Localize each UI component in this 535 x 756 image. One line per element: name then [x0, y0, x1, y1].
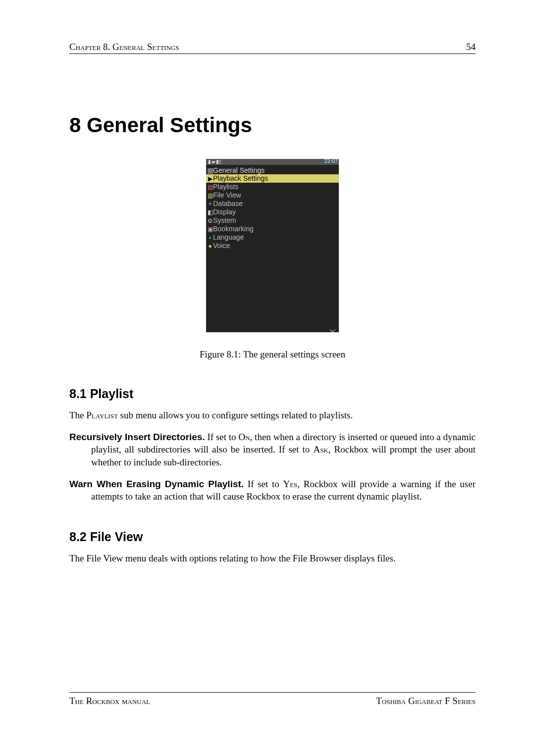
footer-left: The Rockbox manual — [69, 696, 150, 706]
menu-item: ▥File View — [206, 191, 339, 200]
play-icon: ▶ — [207, 175, 213, 183]
display-icon: ◧ — [207, 208, 213, 216]
menu-item-label: Bookmarking — [213, 225, 254, 233]
figure-caption: Figure 8.1: The general settings screen — [69, 349, 476, 360]
chapter-name: General Settings — [87, 113, 252, 137]
clock-text: 22:07 — [324, 159, 338, 164]
menu-item-label: System — [213, 216, 236, 224]
signal-icon: ▮ ▰ ▮▯ — [208, 159, 221, 164]
menu-item-label: Voice — [213, 242, 230, 250]
menu-item: ▪Language — [206, 233, 339, 242]
header-left: Chapter 8. General Settings — [69, 42, 179, 52]
menu-item-label: Playback Settings — [213, 174, 268, 182]
menu-item: ▤Playlists — [206, 183, 339, 191]
menu-item: ●Voice — [206, 242, 339, 250]
menu-item: ✿System — [206, 216, 339, 225]
chapter-number: 8 — [69, 113, 81, 137]
settings-icon: ▦ — [207, 166, 213, 174]
screenshot-statusbar: ▮ ▰ ▮▯ 22:07 — [206, 159, 339, 165]
fileview-icon: ▥ — [207, 192, 213, 200]
description-list: Recursively Insert Directories. If set t… — [69, 431, 476, 503]
plus-icon: + — [207, 200, 213, 208]
section-heading-fileview: 8.2 File View — [69, 530, 476, 544]
menu-item-label: Display — [213, 208, 236, 216]
footer-right: Toshiba Gigabeat F Series — [376, 696, 476, 706]
language-icon: ▪ — [207, 234, 213, 242]
chapter-title: 8 General Settings — [69, 113, 476, 137]
rockbox-logo: ROCKbox — [326, 329, 338, 332]
menu-item: ▶Playback Settings — [206, 174, 339, 183]
bookmark-icon: ▣ — [207, 225, 213, 233]
page-footer: The Rockbox manual Toshiba Gigabeat F Se… — [69, 692, 476, 706]
menu-item-label: Playlists — [213, 183, 238, 191]
desc-label: Recursively Insert Directories. — [69, 432, 205, 442]
menu-item: ▣Bookmarking — [206, 225, 339, 233]
desc-warn-erase: Warn When Erasing Dynamic Playlist. If s… — [69, 478, 476, 503]
menu-item-label: Language — [213, 233, 244, 241]
screenshot: ▮ ▰ ▮▯ 22:07 ▦General Settings ▶Playback… — [206, 159, 339, 332]
page: Chapter 8. General Settings 54 8 General… — [0, 0, 535, 756]
voice-icon: ● — [207, 242, 213, 250]
desc-label: Warn When Erasing Dynamic Playlist. — [69, 479, 244, 489]
section-heading-playlist: 8.1 Playlist — [69, 387, 476, 401]
menu-item-label: Database — [213, 200, 243, 207]
menu-item: ◧Display — [206, 208, 339, 216]
playlist-icon: ▤ — [207, 183, 213, 191]
playlist-intro: The Playlist sub menu allows you to conf… — [69, 409, 476, 422]
page-header: Chapter 8. General Settings 54 — [69, 42, 476, 54]
menu-item-label: File View — [213, 191, 241, 199]
fileview-intro: The File View menu deals with options re… — [69, 552, 476, 565]
screenshot-title: ▦General Settings — [206, 165, 339, 174]
gear-icon: ✿ — [207, 217, 213, 225]
page-number: 54 — [466, 42, 476, 52]
figure: ▮ ▰ ▮▯ 22:07 ▦General Settings ▶Playback… — [69, 159, 476, 360]
screenshot-title-text: General Settings — [213, 166, 265, 174]
desc-recursive-insert: Recursively Insert Directories. If set t… — [69, 431, 476, 469]
menu-item: +Database — [206, 200, 339, 208]
